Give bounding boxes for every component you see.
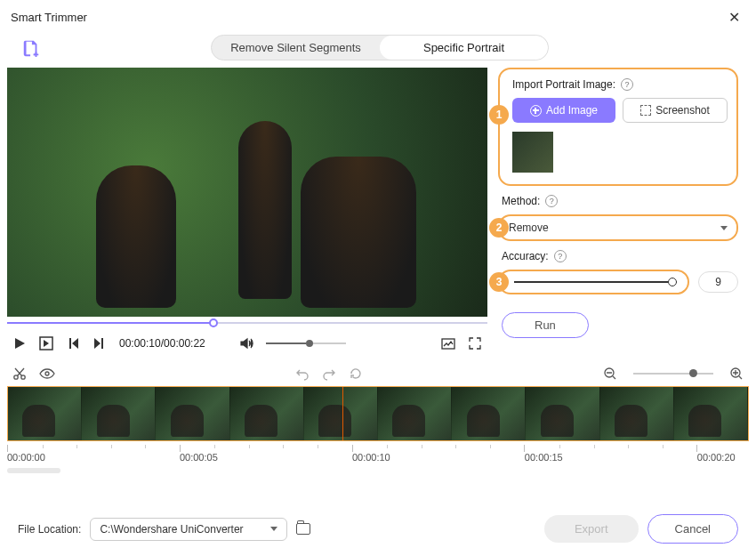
redo-icon[interactable] — [322, 367, 336, 381]
scrub-bar[interactable] — [7, 318, 487, 327]
app-logo-icon — [21, 38, 41, 58]
step-badge-3: 3 — [489, 272, 509, 292]
reset-icon[interactable] — [349, 367, 363, 381]
cut-icon[interactable] — [12, 367, 27, 381]
timeline[interactable] — [7, 386, 749, 441]
time-display: 00:00:10/00:00:22 — [119, 337, 205, 350]
next-icon[interactable] — [92, 336, 107, 351]
accuracy-group: 3 — [498, 270, 689, 294]
step-badge-2: 2 — [489, 218, 509, 238]
play-next-icon[interactable] — [39, 336, 53, 351]
add-image-button[interactable]: Add Image — [512, 98, 615, 123]
snapshot-icon[interactable] — [441, 336, 455, 351]
accuracy-slider[interactable] — [514, 278, 677, 286]
video-preview — [7, 68, 487, 317]
zoom-in-icon[interactable] — [729, 367, 744, 381]
undo-icon[interactable] — [295, 367, 310, 381]
method-label: Method: — [502, 195, 540, 207]
window-title: Smart Trimmer — [11, 11, 87, 24]
run-button[interactable]: Run — [502, 312, 589, 338]
zoom-slider[interactable] — [633, 373, 713, 375]
file-location-label: File Location: — [18, 523, 81, 536]
import-label: Import Portrait Image: — [512, 78, 615, 91]
chevron-down-icon — [720, 226, 728, 230]
time-ruler: 00:00:0000:00:0500:00:1000:00:1500:00:20 — [7, 445, 749, 463]
accuracy-label: Accuracy: — [502, 250, 549, 262]
fullscreen-icon[interactable] — [468, 336, 482, 351]
prev-icon[interactable] — [66, 336, 80, 351]
tab-remove-silent[interactable]: Remove Silent Segments — [212, 36, 380, 60]
eye-icon[interactable] — [39, 367, 55, 381]
screenshot-button[interactable]: Screenshot — [623, 98, 728, 123]
file-location-select[interactable]: C:\Wondershare UniConverter — [90, 518, 286, 541]
portrait-thumbnail[interactable] — [512, 132, 553, 173]
method-group: 2 Remove — [498, 214, 738, 241]
mode-tabs: Remove Silent Segments Specific Portrait — [211, 35, 549, 60]
open-folder-icon[interactable] — [296, 523, 310, 535]
play-icon[interactable] — [12, 336, 27, 351]
plus-icon — [530, 105, 542, 117]
cancel-button[interactable]: Cancel — [647, 514, 738, 544]
import-portrait-group: 1 Import Portrait Image: ? Add Image Scr… — [498, 68, 738, 186]
export-button: Export — [544, 515, 639, 543]
zoom-out-icon[interactable] — [603, 367, 617, 381]
tab-specific-portrait[interactable]: Specific Portrait — [380, 36, 548, 60]
close-icon[interactable]: ✕ — [723, 7, 745, 28]
method-select[interactable]: Remove — [500, 216, 736, 239]
chevron-down-icon — [270, 527, 277, 531]
step-badge-1: 1 — [489, 105, 509, 125]
playhead[interactable] — [342, 386, 343, 440]
volume-icon[interactable] — [239, 336, 253, 351]
help-icon[interactable]: ? — [621, 78, 633, 91]
svg-point-4 — [45, 372, 49, 375]
help-icon[interactable]: ? — [545, 195, 558, 207]
help-icon[interactable]: ? — [554, 250, 567, 262]
volume-slider[interactable] — [266, 342, 346, 344]
timeline-scrollbar[interactable] — [7, 468, 60, 473]
crop-icon — [640, 105, 651, 116]
accuracy-value: 9 — [698, 271, 738, 293]
